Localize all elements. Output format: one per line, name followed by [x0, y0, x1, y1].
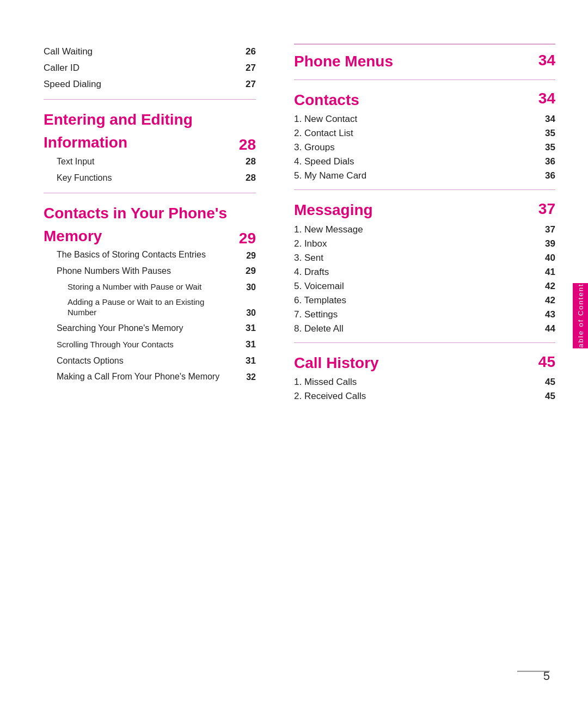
toc-label: Call Waiting	[44, 46, 93, 57]
toc-entry-speed-dialing: Speed Dialing 27	[44, 76, 256, 93]
section-heading-line1: Contacts in Your Phone's	[44, 204, 227, 223]
section-heading: Phone Menus	[294, 52, 393, 71]
page-container: Call Waiting 26 Caller ID 27 Speed Diali…	[0, 0, 588, 705]
divider	[294, 189, 555, 190]
section-number: 34	[538, 90, 555, 107]
toc-label: Searching Your Phone's Memory	[44, 323, 183, 333]
toc-label: 3. Sent	[294, 253, 323, 263]
toc-number: 41	[539, 267, 555, 278]
section-heading: Messaging	[294, 201, 373, 219]
section-entering-editing: Entering and Editing Information 28 Text…	[44, 106, 256, 186]
toc-entry-new-message: 1. New Message 37	[294, 223, 555, 237]
toc-label: 5. My Name Card	[294, 170, 366, 181]
section-contacts: Contacts 34 1. New Contact 34 2. Contact…	[294, 87, 555, 183]
toc-number: 36	[539, 156, 555, 167]
toc-label: Text Input	[44, 157, 94, 167]
toc-number: 29	[240, 251, 256, 261]
toc-number: 43	[539, 309, 555, 320]
toc-number: 32	[240, 372, 256, 382]
toc-label: 7. Settings	[294, 309, 338, 320]
sidebar-tab-label: Table of Contents	[577, 279, 585, 352]
toc-label: 1. New Contact	[294, 114, 357, 125]
toc-entry-drafts: 4. Drafts 41	[294, 265, 555, 279]
toc-number: 31	[240, 339, 256, 350]
toc-label: 8. Delete All	[294, 323, 344, 334]
section-heading-text: Entering and Editing Information	[44, 106, 193, 154]
messaging-heading-row: Messaging 37	[294, 197, 555, 222]
toc-entry-caller-id: Caller ID 27	[44, 60, 256, 76]
toc-entry-templates: 6. Templates 42	[294, 293, 555, 308]
toc-number: 34	[539, 114, 555, 125]
toc-entry-received-calls: 2. Received Calls 45	[294, 389, 555, 403]
toc-number: 31	[240, 323, 256, 334]
section-heading-line1: Entering and Editing	[44, 111, 193, 129]
toc-number: 28	[240, 173, 256, 183]
toc-entry-basics: The Basics of Storing Contacts Entries 2…	[44, 247, 256, 263]
toc-number: 31	[240, 355, 256, 366]
toc-label: Key Functions	[44, 173, 112, 183]
toc-label: 2. Received Calls	[294, 391, 366, 402]
left-column: Call Waiting 26 Caller ID 27 Speed Diali…	[44, 44, 278, 672]
toc-number: 45	[539, 377, 555, 388]
toc-label: The Basics of Storing Contacts Entries	[44, 249, 206, 261]
right-column: Phone Menus 34 Contacts 34 1. New Contac…	[278, 44, 555, 672]
toc-number: 36	[539, 170, 555, 181]
toc-label: Making a Call From Your Phone's Memory	[44, 371, 219, 383]
toc-number: 35	[539, 128, 555, 139]
section-contacts-memory: Contacts in Your Phone's Memory 29 The B…	[44, 200, 256, 384]
toc-label: Phone Numbers With Pauses	[44, 266, 171, 276]
toc-number: 42	[539, 295, 555, 306]
top-divider	[294, 44, 555, 45]
toc-label: 5. Voicemail	[294, 281, 344, 292]
toc-number: 40	[539, 253, 555, 263]
sidebar-tab: Table of Contents	[573, 283, 588, 348]
section-heading: Call History	[294, 354, 379, 372]
toc-label: Adding a Pause or Wait to an Existing Nu…	[44, 297, 229, 318]
toc-label: Storing a Number with Pause or Wait	[44, 281, 201, 292]
toc-label: Caller ID	[44, 63, 79, 73]
section-heading-line2: Memory	[44, 227, 227, 246]
toc-entry-searching: Searching Your Phone's Memory 31	[44, 320, 256, 336]
toc-number: 37	[539, 224, 555, 235]
section-number: 34	[538, 52, 555, 69]
toc-entry-sent: 3. Sent 40	[294, 251, 555, 265]
toc-number: 30	[240, 283, 256, 292]
toc-label: 3. Groups	[294, 142, 335, 153]
toc-entry-call-waiting: Call Waiting 26	[44, 44, 256, 60]
toc-label: 4. Speed Dials	[294, 156, 354, 167]
toc-entry-text-input: Text Input 28	[44, 154, 256, 170]
toc-label: Speed Dialing	[44, 79, 101, 90]
section-heading-row: Entering and Editing Information 28	[44, 106, 256, 154]
contacts-heading-row: Contacts 34	[294, 87, 555, 112]
divider	[294, 342, 555, 343]
section-phone-menus: Phone Menus 34	[294, 48, 555, 73]
toc-label: 6. Templates	[294, 295, 346, 306]
toc-entry-voicemail: 5. Voicemail 42	[294, 279, 555, 293]
toc-entry-delete-all: 8. Delete All 44	[294, 322, 555, 336]
toc-number: 35	[539, 142, 555, 153]
toc-number: 30	[240, 308, 256, 318]
section-heading: Contacts	[294, 91, 359, 109]
toc-entry-key-functions: Key Functions 28	[44, 170, 256, 186]
section-call-history: Call History 45 1. Missed Calls 45 2. Re…	[294, 350, 555, 404]
toc-entry-contact-list: 2. Contact List 35	[294, 126, 555, 140]
toc-entry-missed-calls: 1. Missed Calls 45	[294, 375, 555, 389]
toc-entry-making-call: Making a Call From Your Phone's Memory 3…	[44, 369, 256, 385]
toc-label: 1. Missed Calls	[294, 377, 357, 388]
toc-number: 27	[240, 63, 256, 73]
toc-number: 39	[539, 238, 555, 249]
toc-label: 2. Inbox	[294, 238, 327, 249]
toc-number: 29	[240, 266, 256, 277]
toc-label: 1. New Message	[294, 224, 363, 235]
toc-entry-settings: 7. Settings 43	[294, 308, 555, 322]
section-number: 37	[538, 200, 555, 218]
toc-label: Scrolling Through Your Contacts	[44, 340, 174, 349]
toc-entry-inbox: 2. Inbox 39	[294, 237, 555, 251]
divider	[44, 99, 256, 100]
section-heading-row: Contacts in Your Phone's Memory 29	[44, 200, 256, 247]
section-number: 45	[538, 353, 555, 371]
section-number: 28	[239, 136, 256, 154]
toc-entry-speed-dials: 4. Speed Dials 36	[294, 155, 555, 169]
top-entries: Call Waiting 26 Caller ID 27 Speed Diali…	[44, 44, 256, 93]
toc-number: 42	[539, 281, 555, 292]
